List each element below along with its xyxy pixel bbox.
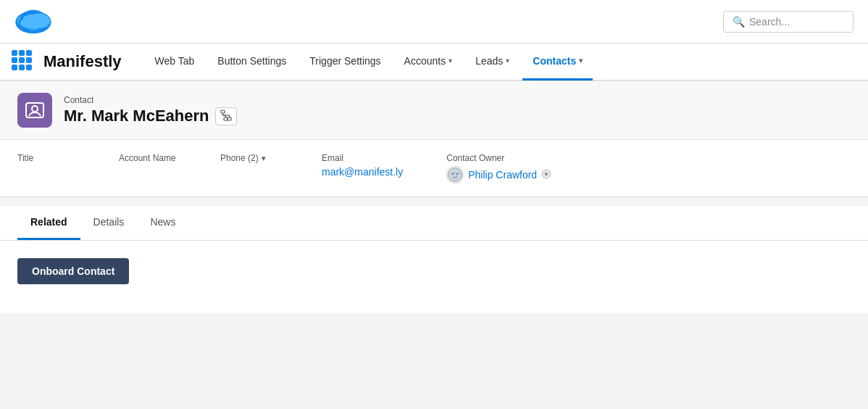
svg-rect-10 xyxy=(228,117,231,120)
email-label: Email xyxy=(322,153,403,163)
svg-rect-9 xyxy=(224,117,228,120)
hierarchy-button[interactable] xyxy=(215,107,237,125)
phone-dropdown-icon[interactable]: ▾ xyxy=(262,154,266,163)
search-box[interactable]: 🔍 Search... xyxy=(723,11,854,33)
fields-row: Title Account Name Phone (2) ▾ Email mar… xyxy=(0,140,868,197)
contact-name-row: Mr. Mark McEahern xyxy=(64,107,237,125)
nav-bar: Manifestly Web Tab Button Settings Trigg… xyxy=(0,44,868,81)
tab-details[interactable]: Details xyxy=(80,206,138,240)
contacts-chevron-icon: ▾ xyxy=(579,57,583,65)
owner-label: Contact Owner xyxy=(446,153,551,163)
hierarchy-icon xyxy=(220,110,232,121)
tabs-row: Related Details News xyxy=(17,206,851,240)
tab-related[interactable]: Related xyxy=(17,206,80,240)
search-placeholder: Search... xyxy=(749,16,790,28)
contact-icon-box xyxy=(17,93,52,128)
content-area: Onboard Contact xyxy=(0,241,868,313)
entity-label: Contact xyxy=(64,95,237,105)
svg-point-15 xyxy=(545,173,548,175)
contact-icon xyxy=(25,100,45,120)
nav-item-webtab[interactable]: Web Tab xyxy=(145,43,205,80)
svg-point-7 xyxy=(32,106,38,112)
tabs-section: Related Details News xyxy=(0,206,868,241)
top-bar: 🔍 Search... xyxy=(0,0,868,44)
owner-edit-icon[interactable] xyxy=(541,169,551,181)
edit-icon xyxy=(541,169,551,179)
owner-row: Philip Crawford xyxy=(446,166,551,183)
field-phone: Phone (2) ▾ xyxy=(220,153,278,183)
account-name-label: Account Name xyxy=(119,153,177,163)
owner-avatar xyxy=(446,166,464,183)
accounts-chevron-icon: ▾ xyxy=(448,57,452,65)
contact-full-name: Mr. Mark McEahern xyxy=(64,107,209,125)
svg-point-11 xyxy=(448,168,462,181)
nav-item-contacts[interactable]: Contacts ▾ xyxy=(522,43,593,80)
onboard-contact-button[interactable]: Onboard Contact xyxy=(17,258,129,284)
svg-rect-8 xyxy=(221,110,225,113)
blue-banner: Contact Mr. Mark McEahern Title xyxy=(0,81,868,197)
leads-chevron-icon: ▾ xyxy=(506,57,509,65)
tab-news[interactable]: News xyxy=(137,206,188,240)
nav-item-leads[interactable]: Leads ▾ xyxy=(465,43,519,80)
avatar-icon xyxy=(448,168,462,182)
app-name: Manifestly xyxy=(43,52,122,71)
owner-name[interactable]: Philip Crawford xyxy=(468,169,537,181)
nav-item-button-settings[interactable]: Button Settings xyxy=(207,43,296,80)
field-title: Title xyxy=(17,153,75,183)
app-grid-icon[interactable] xyxy=(12,50,35,73)
field-owner: Contact Owner Philip Crawford xyxy=(446,153,551,183)
salesforce-logo xyxy=(14,9,52,35)
field-account-name: Account Name xyxy=(119,153,177,183)
field-email: Email mark@manifest.ly xyxy=(322,153,403,183)
phone-label: Phone (2) ▾ xyxy=(220,153,278,163)
email-value[interactable]: mark@manifest.ly xyxy=(322,166,403,178)
contact-header: Contact Mr. Mark McEahern xyxy=(0,81,868,140)
search-icon: 🔍 xyxy=(733,16,745,28)
contact-meta: Contact Mr. Mark McEahern xyxy=(64,95,237,125)
title-label: Title xyxy=(17,153,75,163)
nav-item-trigger-settings[interactable]: Trigger Settings xyxy=(299,43,391,80)
nav-item-accounts[interactable]: Accounts ▾ xyxy=(394,43,463,80)
